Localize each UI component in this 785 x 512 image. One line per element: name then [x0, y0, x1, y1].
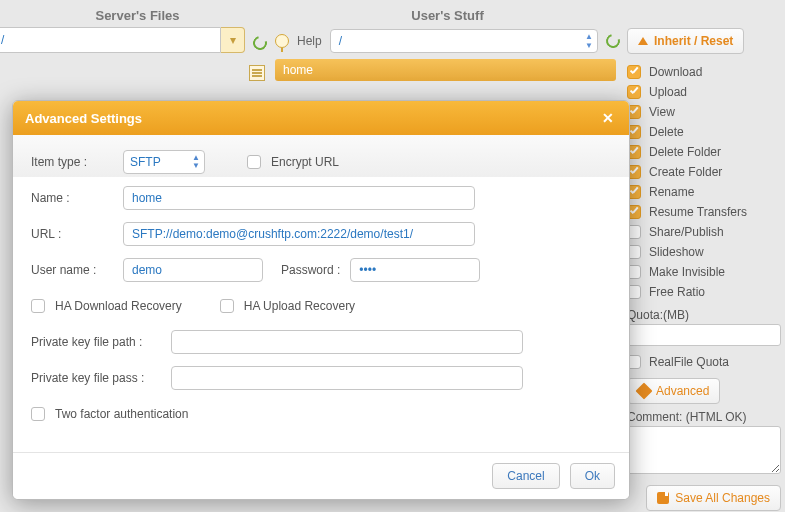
comment-input[interactable] — [627, 426, 781, 474]
encrypt-url-label: Encrypt URL — [271, 155, 339, 169]
advanced-button[interactable]: Advanced — [627, 378, 720, 404]
pk-pass-input[interactable] — [171, 366, 523, 390]
realfile-quota-label: RealFile Quota — [649, 355, 729, 369]
pencil-icon — [636, 383, 653, 400]
perm-checkbox[interactable] — [627, 85, 641, 99]
username-input[interactable] — [123, 258, 263, 282]
name-input[interactable] — [123, 186, 475, 210]
perm-row-delete: Delete — [627, 122, 781, 142]
comment-label: Comment: (HTML OK) — [627, 410, 781, 424]
note-icon[interactable] — [249, 65, 265, 81]
quota-label: Quota:(MB) — [627, 308, 781, 322]
perm-row-resume-transfers: Resume Transfers — [627, 202, 781, 222]
perm-row-create-folder: Create Folder — [627, 162, 781, 182]
password-label: Password : — [281, 263, 340, 277]
ha-download-checkbox[interactable] — [31, 299, 45, 313]
ha-download-label: HA Download Recovery — [55, 299, 182, 313]
advanced-settings-dialog: Advanced Settings ✕ Item type : SFTP ▲▼ … — [12, 100, 630, 500]
pk-pass-label: Private key file pass : — [31, 371, 161, 385]
updown-icon: ▲▼ — [585, 32, 593, 50]
permissions-list: DownloadUploadViewDeleteDelete FolderCre… — [627, 62, 781, 302]
permissions-panel: Inherit / Reset DownloadUploadViewDelete… — [625, 28, 785, 511]
dialog-body: Item type : SFTP ▲▼ Encrypt URL Name : U… — [13, 135, 629, 452]
ha-upload-checkbox[interactable] — [220, 299, 234, 313]
perm-row-free-ratio: Free Ratio — [627, 282, 781, 302]
dialog-title: Advanced Settings — [25, 111, 142, 126]
server-root-select[interactable]: / — [0, 27, 221, 53]
item-type-select[interactable]: SFTP ▲▼ — [123, 150, 205, 174]
refresh-icon[interactable] — [250, 33, 269, 52]
user-stuff-heading: User's Stuff — [275, 0, 620, 27]
perm-label: Download — [649, 65, 702, 79]
inherit-reset-label: Inherit / Reset — [654, 34, 733, 48]
perm-row-rename: Rename — [627, 182, 781, 202]
advanced-label: Advanced — [656, 384, 709, 398]
perm-row-upload: Upload — [627, 82, 781, 102]
username-label: User name : — [31, 263, 113, 277]
url-input[interactable] — [123, 222, 475, 246]
two-factor-checkbox[interactable] — [31, 407, 45, 421]
perm-label: Delete — [649, 125, 684, 139]
pk-path-label: Private key file path : — [31, 335, 161, 349]
perm-checkbox[interactable] — [627, 65, 641, 79]
server-files-heading: Server's Files — [0, 0, 275, 27]
perm-row-view: View — [627, 102, 781, 122]
perm-row-make-invisible: Make Invisible — [627, 262, 781, 282]
cancel-button[interactable]: Cancel — [492, 463, 559, 489]
quota-input[interactable] — [627, 324, 781, 346]
perm-label: Resume Transfers — [649, 205, 747, 219]
item-type-value: SFTP — [130, 155, 161, 169]
perm-label: Free Ratio — [649, 285, 705, 299]
save-all-label: Save All Changes — [675, 491, 770, 505]
server-files-column: Server's Files / ▾ — [0, 0, 275, 72]
perm-label: Make Invisible — [649, 265, 725, 279]
item-type-label: Item type : — [31, 155, 113, 169]
perm-label: Rename — [649, 185, 694, 199]
help-label[interactable]: Help — [297, 34, 322, 48]
two-factor-label: Two factor authentication — [55, 407, 188, 421]
help-bulb-icon[interactable] — [275, 34, 289, 48]
user-stuff-column: User's Stuff Help / ▲▼ home — [275, 0, 620, 72]
dialog-titlebar: Advanced Settings ✕ — [13, 101, 629, 135]
path-value: / — [339, 34, 342, 48]
perm-row-share-publish: Share/Publish — [627, 222, 781, 242]
url-label: URL : — [31, 227, 113, 241]
close-icon[interactable]: ✕ — [599, 109, 617, 127]
server-root-dropdown-button[interactable]: ▾ — [221, 27, 245, 53]
pk-path-input[interactable] — [171, 330, 523, 354]
inherit-reset-button[interactable]: Inherit / Reset — [627, 28, 744, 54]
updown-icon: ▲▼ — [192, 154, 200, 170]
arrow-up-icon — [638, 37, 648, 45]
path-select[interactable]: / ▲▼ — [330, 29, 598, 53]
perm-label: Delete Folder — [649, 145, 721, 159]
perm-label: Slideshow — [649, 245, 704, 259]
perm-label: Create Folder — [649, 165, 722, 179]
ok-button[interactable]: Ok — [570, 463, 615, 489]
perm-label: View — [649, 105, 675, 119]
perm-row-delete-folder: Delete Folder — [627, 142, 781, 162]
perm-row-slideshow: Slideshow — [627, 242, 781, 262]
name-label: Name : — [31, 191, 113, 205]
perm-label: Share/Publish — [649, 225, 724, 239]
home-row[interactable]: home — [275, 59, 616, 81]
encrypt-url-checkbox[interactable] — [247, 155, 261, 169]
dialog-footer: Cancel Ok — [13, 452, 629, 499]
save-all-button[interactable]: Save All Changes — [646, 485, 781, 511]
perm-label: Upload — [649, 85, 687, 99]
ha-upload-label: HA Upload Recovery — [244, 299, 355, 313]
password-input[interactable] — [350, 258, 480, 282]
disk-icon — [657, 492, 669, 504]
refresh-icon[interactable] — [603, 31, 622, 50]
perm-row-download: Download — [627, 62, 781, 82]
